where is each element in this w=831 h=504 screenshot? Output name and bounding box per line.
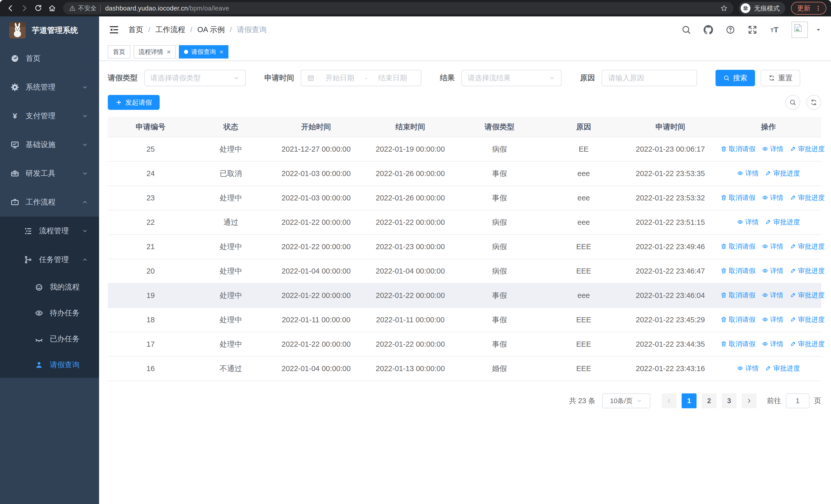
action-cancel-link[interactable]: 取消请假 <box>720 291 755 300</box>
action-detail-link[interactable]: 详情 <box>762 315 783 324</box>
browser-forward-button[interactable] <box>19 2 30 14</box>
sidebar-item-tree[interactable]: 任务管理 <box>0 245 99 274</box>
tag-请假查询[interactable]: 请假查询× <box>179 45 228 59</box>
search-icon[interactable] <box>681 25 691 35</box>
column-header: 结束时间 <box>364 117 457 137</box>
sidebar-item-yen[interactable]: ¥支付管理 <box>0 101 99 130</box>
table-cell: 2022-01-22 23:43:16 <box>625 356 716 381</box>
browser-address-bar[interactable]: 不安全 dashboard.yudao.iocoder.cn/bpm/oa/le… <box>63 2 734 14</box>
sidebar-item-robot[interactable]: 我的流程 <box>0 274 99 300</box>
prev-page-button[interactable] <box>662 393 677 408</box>
action-detail-link[interactable]: 详情 <box>737 169 758 178</box>
close-icon[interactable]: × <box>220 49 223 55</box>
action-detail-link[interactable]: 详情 <box>762 339 783 349</box>
table-cell: 2022-01-04 00:00:00 <box>268 356 364 381</box>
topbar-icons: TT <box>681 22 822 38</box>
breadcrumb-separator: / <box>230 26 232 34</box>
tag-流程详情[interactable]: 流程详情× <box>134 45 176 59</box>
table-refresh-button[interactable] <box>806 95 821 110</box>
action-cancel-link[interactable]: 取消请假 <box>720 145 755 153</box>
avatar-caret-icon[interactable] <box>815 26 822 33</box>
breadcrumb-item[interactable]: 工作流程 <box>155 25 185 35</box>
goto-page-input[interactable] <box>786 393 809 408</box>
reset-button[interactable]: 重置 <box>761 70 800 86</box>
create-leave-button[interactable]: 发起请假 <box>108 95 160 110</box>
sidebar-collapse-icon[interactable] <box>108 24 120 35</box>
browser-reload-button[interactable] <box>32 2 44 14</box>
browser-home-button[interactable] <box>46 2 58 14</box>
action-progress-link[interactable]: 审批进度 <box>765 364 800 373</box>
sidebar-item-eye[interactable]: 待办任务 <box>0 300 99 326</box>
action-detail-link[interactable]: 详情 <box>737 364 758 373</box>
font-size-icon[interactable]: TT <box>769 25 780 35</box>
breadcrumb-item[interactable]: 首页 <box>128 25 143 35</box>
browser-back-button[interactable] <box>5 2 17 14</box>
table-search-toggle-button[interactable] <box>785 95 800 110</box>
action-cancel-link[interactable]: 取消请假 <box>720 315 755 324</box>
search-button[interactable]: 搜索 <box>716 70 755 86</box>
sidebar-item-user[interactable]: 请假查询 <box>0 352 99 378</box>
sidebar-item-toolbox[interactable]: 研发工具 <box>0 159 99 188</box>
help-icon[interactable] <box>725 25 736 35</box>
table-cell: 2022-01-22 00:00:00 <box>268 283 364 308</box>
leave-type-select[interactable]: 请选择请假类型 <box>144 70 246 86</box>
action-progress-link[interactable]: 审批进度 <box>790 291 825 300</box>
table-cell: 2022-01-22 23:44:35 <box>625 332 716 356</box>
action-progress-link[interactable]: 审批进度 <box>790 242 825 251</box>
close-icon[interactable]: × <box>167 49 171 55</box>
action-cancel-link[interactable]: 取消请假 <box>720 339 755 349</box>
table-cell: 处理中 <box>194 235 268 259</box>
tag-首页[interactable]: 首页 <box>108 45 131 59</box>
column-header: 状态 <box>194 117 268 137</box>
action-cancel-link[interactable]: 取消请假 <box>720 266 755 275</box>
action-detail-link[interactable]: 详情 <box>762 242 783 251</box>
not-secure-label[interactable]: 不安全 <box>78 4 96 12</box>
app-logo[interactable]: 芋道管理系统 <box>0 17 99 44</box>
page-size-select[interactable]: 10条/页 <box>602 393 650 408</box>
fullscreen-icon[interactable] <box>747 25 757 35</box>
reason-input[interactable] <box>602 70 697 86</box>
browser-menu-icon[interactable] <box>814 5 822 12</box>
action-detail-link[interactable]: 详情 <box>762 145 783 153</box>
next-page-button[interactable] <box>742 393 756 408</box>
action-progress-link[interactable]: 审批进度 <box>790 145 825 153</box>
edit-icon <box>790 243 796 250</box>
action-detail-link[interactable]: 详情 <box>762 193 783 202</box>
action-progress-link[interactable]: 审批进度 <box>790 266 825 275</box>
page-button-2[interactable]: 2 <box>701 393 717 408</box>
app-title: 芋道管理系统 <box>32 25 78 36</box>
github-icon[interactable] <box>703 25 713 35</box>
action-progress-link[interactable]: 审批进度 <box>765 169 800 178</box>
action-progress-link[interactable]: 审批进度 <box>790 315 825 324</box>
tag-label: 首页 <box>113 48 125 56</box>
apply-time-range-picker[interactable]: 开始日期 - 结束日期 <box>301 70 422 86</box>
action-cancel-link[interactable]: 取消请假 <box>720 193 755 202</box>
page-button-1[interactable]: 1 <box>682 393 696 408</box>
table-cell: 事假 <box>457 161 542 186</box>
eye-icon <box>762 340 768 347</box>
reason-label: 原因 <box>580 73 595 83</box>
action-progress-link[interactable]: 审批进度 <box>765 217 800 227</box>
browser-update-button[interactable]: 更新 <box>791 2 826 14</box>
page-button-3[interactable]: 3 <box>722 393 737 408</box>
bookmark-star-icon[interactable] <box>720 4 728 12</box>
sidebar-item-briefcase[interactable]: 工作流程 <box>0 188 99 216</box>
avatar[interactable] <box>792 22 808 38</box>
action-progress-link[interactable]: 审批进度 <box>790 339 825 349</box>
sidebar-item-monitor[interactable]: 基础设施 <box>0 130 99 159</box>
chevron-left-icon <box>666 397 672 404</box>
action-detail-link[interactable]: 详情 <box>762 291 783 300</box>
table-cell: 2021-12-27 00:00:00 <box>268 137 364 161</box>
action-detail-link[interactable]: 详情 <box>762 266 783 275</box>
action-progress-link[interactable]: 审批进度 <box>790 193 825 202</box>
sidebar-item-eye-closed[interactable]: 已办任务 <box>0 326 99 352</box>
table-cell: 2022-01-22 23:53:32 <box>625 186 716 210</box>
result-select[interactable]: 请选择流结果 <box>461 70 562 86</box>
action-detail-link[interactable]: 详情 <box>737 217 758 227</box>
sidebar-item-dashboard[interactable]: 首页 <box>0 44 99 73</box>
sidebar-item-list[interactable]: 流程管理 <box>0 216 99 245</box>
broken-image-icon <box>793 23 803 33</box>
breadcrumb-item[interactable]: OA 示例 <box>197 25 225 35</box>
sidebar-item-gear[interactable]: 系统管理 <box>0 73 99 101</box>
action-cancel-link[interactable]: 取消请假 <box>720 242 755 251</box>
